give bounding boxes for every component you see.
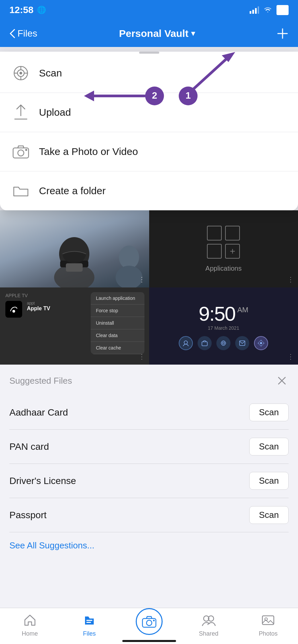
- wifi-icon: [263, 6, 272, 14]
- folder-label: Create a folder: [39, 185, 105, 197]
- globe-icon: 🌐: [37, 6, 46, 14]
- signal-icon: [250, 6, 259, 14]
- upload-icon: [12, 104, 30, 121]
- pan-label: PAN card: [9, 441, 49, 452]
- close-button[interactable]: [275, 374, 289, 387]
- scan-aadhaar-button[interactable]: Scan: [249, 404, 289, 421]
- photos-icon: [260, 612, 276, 628]
- scan-passport-button[interactable]: Scan: [249, 506, 289, 524]
- suggested-item-passport: Passport Scan: [9, 498, 289, 532]
- svg-rect-52: [262, 616, 274, 625]
- svg-point-30: [119, 246, 139, 269]
- suggested-item-pan: PAN card Scan: [9, 430, 289, 464]
- tab-home[interactable]: Home: [0, 612, 59, 637]
- camera-icon: [12, 143, 30, 160]
- upload-label: Upload: [39, 107, 71, 118]
- suggested-section: Suggested Files Aadhaar Card Scan PAN ca…: [0, 365, 298, 619]
- svg-point-33: [184, 341, 187, 344]
- clock-ampm: AM: [237, 306, 248, 314]
- tab-photos[interactable]: Photos: [239, 612, 298, 637]
- svg-rect-36: [240, 341, 245, 345]
- suggested-item-license: Driver's License Scan: [9, 464, 289, 498]
- back-button[interactable]: Files: [9, 28, 37, 39]
- svg-point-17: [25, 149, 27, 151]
- license-label: Driver's License: [9, 476, 76, 486]
- see-all-link[interactable]: See All Suggestions...: [9, 532, 289, 559]
- aadhaar-label: Aadhaar Card: [9, 407, 68, 418]
- tab-shared[interactable]: Shared: [179, 612, 238, 637]
- menu-item-upload[interactable]: Upload: [0, 93, 298, 132]
- tab-camera[interactable]: [119, 615, 179, 635]
- suggested-title: Suggested Files: [9, 376, 72, 386]
- tab-bar: Home Files: [0, 608, 298, 644]
- menu-item-folder[interactable]: Create a folder: [0, 171, 298, 210]
- home-tab-label: Home: [22, 630, 38, 637]
- vault-title[interactable]: Personal Vault ▾: [119, 28, 195, 39]
- svg-rect-29: [66, 263, 83, 272]
- shared-icon: [201, 612, 217, 628]
- svg-rect-34: [202, 342, 207, 346]
- status-bar: 12:58 🌐 88: [0, 0, 298, 20]
- folder-icon: [12, 182, 30, 200]
- scan-label: Scan: [39, 67, 62, 79]
- add-button[interactable]: [276, 28, 289, 40]
- selfie-cell: ⋮: [0, 210, 149, 287]
- svg-rect-1: [252, 10, 254, 14]
- see-all-text: See All Suggestions...: [9, 532, 289, 559]
- svg-point-35: [222, 342, 224, 344]
- menu-item-scan[interactable]: Scan: [0, 54, 298, 93]
- photos-tab-label: Photos: [259, 630, 278, 637]
- files-icon: [81, 612, 97, 628]
- clock-cell: 9:50 AM 17 March 2021 ⋮: [149, 287, 298, 365]
- svg-point-32: [12, 310, 15, 313]
- photo-label: Take a Photo or Video: [39, 146, 138, 157]
- tab-files[interactable]: Files: [59, 612, 119, 637]
- svg-point-37: [260, 342, 262, 344]
- svg-point-12: [19, 72, 22, 74]
- svg-rect-2: [255, 8, 257, 14]
- background-images: ⋮ + Applications ⋮ APPLE TV appt Apple T…: [0, 210, 298, 365]
- svg-point-49: [153, 620, 155, 621]
- files-tab-label: Files: [83, 630, 96, 637]
- chevron-down-icon: ▾: [191, 29, 195, 38]
- passport-label: Passport: [9, 510, 47, 521]
- svg-rect-3: [258, 6, 259, 14]
- applications-label: Applications: [205, 265, 242, 272]
- applications-cell: + Applications ⋮: [149, 210, 298, 287]
- scan-pan-button[interactable]: Scan: [249, 438, 289, 455]
- status-time: 12:58 🌐: [9, 5, 46, 15]
- clock-date: 17 March 2021: [208, 325, 239, 331]
- clock-display: 9:50: [199, 302, 235, 325]
- svg-point-16: [18, 150, 24, 156]
- svg-rect-0: [250, 11, 251, 14]
- scan-license-button[interactable]: Scan: [249, 472, 289, 490]
- scan-icon: [12, 64, 30, 82]
- shared-tab-label: Shared: [199, 630, 218, 637]
- svg-rect-45: [86, 620, 92, 621]
- home-icon: [22, 612, 38, 628]
- app-grid: +: [207, 226, 240, 259]
- menu-item-photo[interactable]: Take a Photo or Video: [0, 132, 298, 171]
- suggested-item-aadhaar: Aadhaar Card Scan: [9, 395, 289, 430]
- applist-cell: APPLE TV appt Apple TV Launch applicatio…: [0, 287, 149, 365]
- battery-indicator: 88: [276, 5, 289, 15]
- title-text: Personal Vault: [119, 28, 188, 39]
- status-icons: 88: [250, 5, 289, 15]
- dropdown-menu: Scan Upload Take a Photo or Video: [0, 52, 298, 210]
- home-indicator: [122, 640, 176, 642]
- suggested-header: Suggested Files: [9, 374, 289, 387]
- header: Files Personal Vault ▾: [0, 20, 298, 47]
- svg-point-48: [146, 620, 152, 626]
- camera-button[interactable]: [136, 608, 163, 635]
- svg-rect-46: [86, 622, 91, 623]
